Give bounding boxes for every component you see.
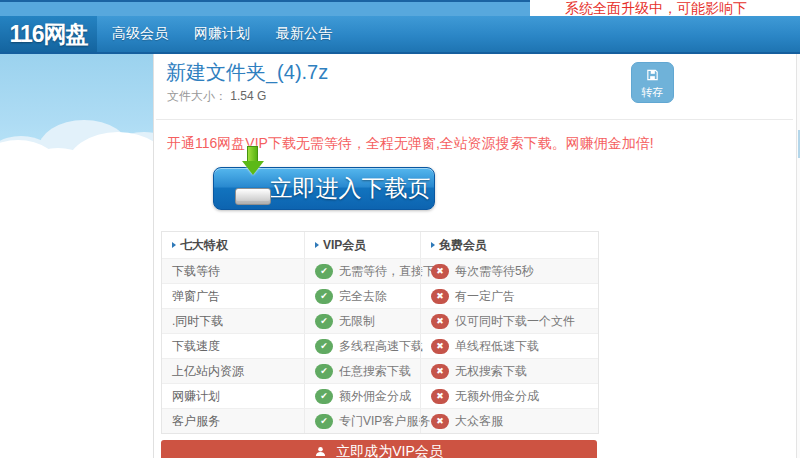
cross-icon: ✖ (431, 389, 449, 404)
free-value: 仅可同时下载一个文件 (455, 313, 575, 330)
bullet-arrow-icon (172, 242, 176, 248)
table-row: .同时下载 ✔无限制 ✖仅可同时下载一个文件 (162, 308, 598, 333)
cross-icon: ✖ (431, 364, 449, 379)
check-icon: ✔ (315, 389, 333, 404)
file-title: 新建文件夹_(4).7z (166, 59, 328, 86)
table-row: 客户服务 ✔专门VIP客户服务 ✖大众客服 (162, 408, 598, 433)
sky-background (0, 54, 153, 168)
scrollbar[interactable] (796, 54, 800, 458)
page: { "marquee": { "text": "系统全面升级中，可能影响下" }… (0, 0, 800, 458)
free-value: 单线程低速下载 (455, 338, 539, 355)
cross-icon: ✖ (431, 314, 449, 329)
feature-label: 上亿站内资源 (162, 359, 304, 383)
header-free: 免费会员 (439, 237, 487, 254)
nav-item-announcements[interactable]: 最新公告 (276, 25, 332, 43)
table-row: 网赚计划 ✔额外佣金分成 ✖无额外佣金分成 (162, 383, 598, 408)
free-value: 无权搜索下载 (455, 363, 527, 380)
cross-icon: ✖ (431, 289, 449, 304)
feature-label: 网赚计划 (162, 384, 304, 408)
table-row: 下载速度 ✔多线程高速下载 ✖单线程低速下载 (162, 333, 598, 358)
check-icon: ✔ (315, 264, 333, 279)
save-button-label: 转存 (642, 87, 664, 98)
file-size: 文件大小： 1.54 G (167, 88, 266, 105)
enter-download-page-button[interactable]: 立即进入下载页 (213, 167, 435, 210)
vip-value: 任意搜索下载 (339, 363, 411, 380)
feature-label: .同时下载 (162, 309, 304, 333)
table-row: 上亿站内资源 ✔任意搜索下载 ✖无权搜索下载 (162, 358, 598, 383)
free-value: 每次需等待5秒 (455, 263, 534, 280)
free-value: 有一定广告 (455, 288, 515, 305)
person-icon (315, 443, 336, 458)
vip-comparison-table: 七大特权 VIP会员 免费会员 下载等待 ✔无需等待，直接下载 ✖每次需等待5秒… (161, 231, 599, 434)
download-tray-icon (234, 155, 272, 205)
feature-label: 弹窗广告 (162, 284, 304, 308)
free-value: 无额外佣金分成 (455, 388, 539, 405)
floppy-disk-icon (645, 68, 660, 86)
bullet-arrow-icon (431, 242, 435, 248)
check-icon: ✔ (315, 414, 333, 429)
nav-item-affiliate[interactable]: 网赚计划 (194, 25, 250, 43)
file-size-value: 1.54 G (230, 89, 266, 103)
check-icon: ✔ (315, 314, 333, 329)
vip-value: 无限制 (339, 313, 375, 330)
download-button-label: 立即进入下载页 (270, 175, 431, 201)
vip-value: 完全去除 (339, 288, 387, 305)
top-strip (0, 0, 530, 16)
vip-value: 额外佣金分成 (339, 388, 411, 405)
check-icon: ✔ (315, 364, 333, 379)
free-value: 大众客服 (455, 413, 503, 430)
cross-icon: ✖ (431, 264, 449, 279)
cross-icon: ✖ (431, 339, 449, 354)
check-icon: ✔ (315, 289, 333, 304)
vip-promo-text: 开通116网盘VIP下载无需等待，全程无弹窗,全站资源搜索下载。网赚佣金加倍! (167, 135, 654, 153)
table-row: 弹窗广告 ✔完全去除 ✖有一定广告 (162, 283, 598, 308)
cloud-shape (0, 158, 153, 168)
feature-label: 下载速度 (162, 334, 304, 358)
system-upgrade-notice: 系统全面升级中，可能影响下 (565, 0, 747, 16)
feature-label: 客户服务 (162, 409, 304, 433)
table-header-row: 七大特权 VIP会员 免费会员 (162, 232, 598, 258)
nav-menu: 高级会员 网赚计划 最新公告 (112, 16, 332, 52)
bullet-arrow-icon (315, 242, 319, 248)
feature-label: 下载等待 (162, 259, 304, 283)
navbar: 116网盘 高级会员 网赚计划 最新公告 (0, 16, 800, 54)
content-panel: 新建文件夹_(4).7z 文件大小： 1.54 G 转存 开通116网盘VIP下… (153, 54, 796, 458)
vip-button-label: 立即成为VIP会员 (336, 443, 443, 458)
file-size-label: 文件大小： (167, 89, 227, 103)
vip-value: 多线程高速下载 (339, 338, 423, 355)
check-icon: ✔ (315, 339, 333, 354)
vip-value: 专门VIP客户服务 (339, 413, 430, 430)
nav-item-premium[interactable]: 高级会员 (112, 25, 168, 43)
site-logo[interactable]: 116网盘 (0, 16, 97, 52)
save-to-drive-button[interactable]: 转存 (631, 62, 674, 103)
table-row: 下载等待 ✔无需等待，直接下载 ✖每次需等待5秒 (162, 258, 598, 283)
become-vip-button[interactable]: 立即成为VIP会员 (161, 440, 597, 458)
cross-icon: ✖ (431, 414, 449, 429)
header-features: 七大特权 (180, 237, 228, 254)
top-announcement-strip: 系统全面升级中，可能影响下 (530, 0, 800, 16)
section-divider (156, 119, 793, 120)
header-vip: VIP会员 (323, 237, 366, 254)
